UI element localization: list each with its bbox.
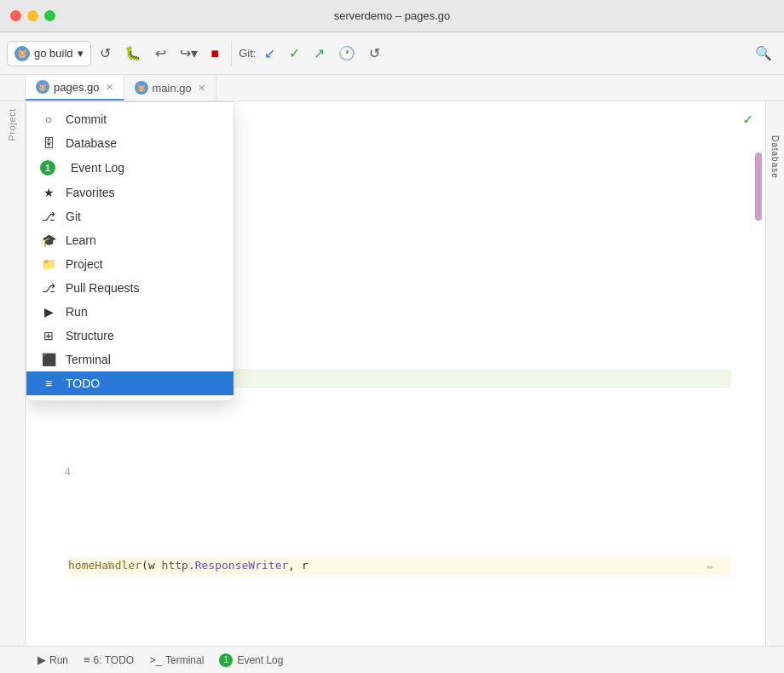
bottom-terminal-label: Terminal	[165, 654, 204, 666]
bottom-run-label: Run	[49, 654, 68, 666]
code-line: 4	[68, 463, 731, 481]
menu-item-event-log[interactable]: 1 Event Log	[26, 155, 233, 181]
database-sidebar-label[interactable]: Database	[770, 135, 780, 179]
structure-icon: ⊞	[40, 329, 57, 342]
event-log-badge: 1	[219, 653, 233, 667]
menu-item-pull-requests[interactable]: ⎇ Pull Requests	[26, 276, 233, 300]
debug-button[interactable]: 🐛	[119, 42, 147, 65]
rerun-button[interactable]: ↺	[95, 42, 116, 65]
window-title: serverdemo – pages.go	[334, 9, 451, 22]
pages-go-icon: 🐹	[36, 80, 49, 94]
minimize-button[interactable]	[27, 10, 38, 21]
run-config-label: go build	[34, 47, 73, 60]
menu-item-database-label: Database	[66, 136, 117, 150]
toolbar-separator	[231, 41, 232, 66]
bottom-todo-label: 6: TODO	[94, 654, 135, 666]
git-commit-button[interactable]: ✓	[284, 42, 305, 65]
window-controls[interactable]	[10, 10, 55, 21]
tab-main-go-label: main.go	[153, 82, 192, 95]
menu-item-commit-label: Commit	[66, 112, 107, 126]
menu-item-learn[interactable]: 🎓 Learn	[26, 228, 233, 252]
menu-item-git-label: Git	[66, 210, 81, 223]
bottom-run-button[interactable]: ▶ Run	[31, 651, 75, 669]
toolbar: 🐹 go build ▾ ↺ 🐛 ↩ ↪▾ ■ Git: ↙ ✓ ↗ 🕐 ↺ 🔍	[0, 32, 784, 75]
search-button[interactable]: 🔍	[750, 42, 777, 65]
bottom-event-log-label: Event Log	[237, 654, 283, 666]
todo-bottom-icon: ≡	[84, 653, 90, 666]
event-log-icon: 1	[40, 160, 55, 175]
run-config-dropdown-icon: ▾	[78, 47, 84, 60]
menu-item-favorites-label: Favorites	[66, 186, 115, 199]
menu-item-structure[interactable]: ⊞ Structure	[26, 324, 233, 348]
learn-icon: 🎓	[40, 233, 57, 247]
menu-item-structure-label: Structure	[66, 329, 114, 342]
project-icon: 📁	[40, 257, 57, 271]
code-line: 5 homeHandler(w http.ResponseWriter, r ✏	[68, 556, 731, 575]
menu-item-event-log-label: Event Log	[71, 161, 124, 175]
run-icon: ▶	[40, 305, 57, 319]
main-go-icon: 🐹	[135, 81, 148, 95]
bottom-terminal-button[interactable]: >_ Terminal	[142, 651, 210, 669]
menu-item-learn-label: Learn	[66, 233, 96, 247]
bottom-todo-button[interactable]: ≡ 6: TODO	[77, 651, 141, 669]
menu-item-project[interactable]: 📁 Project	[26, 252, 233, 276]
commit-icon: ○	[40, 112, 57, 126]
stop-button[interactable]: ■	[206, 43, 225, 65]
left-sidebar-strip: Project	[0, 101, 26, 646]
tab-main-go-close[interactable]: ✕	[198, 83, 205, 94]
menu-item-todo-label: TODO	[66, 377, 100, 390]
run-config-icon: 🐹	[14, 46, 30, 61]
edit-icon[interactable]: ✏	[707, 556, 714, 575]
run-resume-button[interactable]: ↪▾	[175, 42, 203, 65]
terminal-bottom-icon: >_	[149, 653, 162, 666]
editor-wrapper: ○ Commit 🗄 Database 1 Event Log ★ Favori…	[26, 101, 784, 646]
close-button[interactable]	[10, 10, 21, 21]
terminal-icon: ⬛	[40, 353, 57, 366]
dropdown-menu: ○ Commit 🗄 Database 1 Event Log ★ Favori…	[26, 101, 234, 401]
git-icon: ⎇	[40, 210, 57, 223]
project-label[interactable]: Project	[8, 108, 17, 141]
menu-item-git[interactable]: ⎇ Git	[26, 204, 233, 228]
todo-icon: ≡	[40, 377, 57, 390]
pull-requests-icon: ⎇	[40, 281, 57, 295]
step-over-button[interactable]: ↩	[150, 42, 171, 65]
maximize-button[interactable]	[44, 10, 55, 21]
menu-item-terminal[interactable]: ⬛ Terminal	[26, 348, 233, 371]
run-bottom-icon: ▶	[37, 653, 46, 666]
menu-item-todo[interactable]: ≡ TODO	[26, 371, 233, 395]
menu-item-pull-requests-label: Pull Requests	[66, 281, 139, 295]
git-push-button[interactable]: ↗	[308, 42, 330, 65]
tab-pages-go-label: pages.go	[54, 81, 100, 94]
database-icon: 🗄	[40, 136, 57, 150]
favorites-icon: ★	[40, 186, 57, 199]
tab-pages-go[interactable]: 🐹 pages.go ✕	[26, 75, 124, 101]
bottom-event-log-button[interactable]: 1 Event Log	[212, 651, 290, 670]
title-bar: serverdemo – pages.go	[0, 0, 784, 32]
bottom-toolbar: ▶ Run ≡ 6: TODO >_ Terminal 1 Event Log	[0, 646, 784, 673]
run-config-button[interactable]: 🐹 go build ▾	[7, 41, 91, 66]
menu-item-database[interactable]: 🗄 Database	[26, 131, 233, 155]
git-history-button[interactable]: 🕐	[333, 42, 360, 65]
menu-item-project-label: Project	[66, 257, 103, 271]
git-update-button[interactable]: ↙	[259, 42, 280, 65]
menu-item-run-label: Run	[66, 305, 88, 319]
git-label: Git:	[239, 47, 256, 60]
menu-item-commit[interactable]: ○ Commit	[26, 107, 233, 131]
check-mark: ✓	[743, 110, 752, 128]
menu-item-terminal-label: Terminal	[66, 353, 111, 366]
right-sidebar-strip: Database	[765, 101, 784, 646]
tab-pages-go-close[interactable]: ✕	[106, 82, 113, 93]
menu-item-run[interactable]: ▶ Run	[26, 300, 233, 324]
menu-item-favorites[interactable]: ★ Favorites	[26, 181, 233, 204]
scrollbar-thumb[interactable]	[755, 152, 762, 221]
tab-main-go[interactable]: 🐹 main.go ✕	[124, 75, 216, 101]
git-revert-button[interactable]: ↺	[364, 42, 385, 65]
